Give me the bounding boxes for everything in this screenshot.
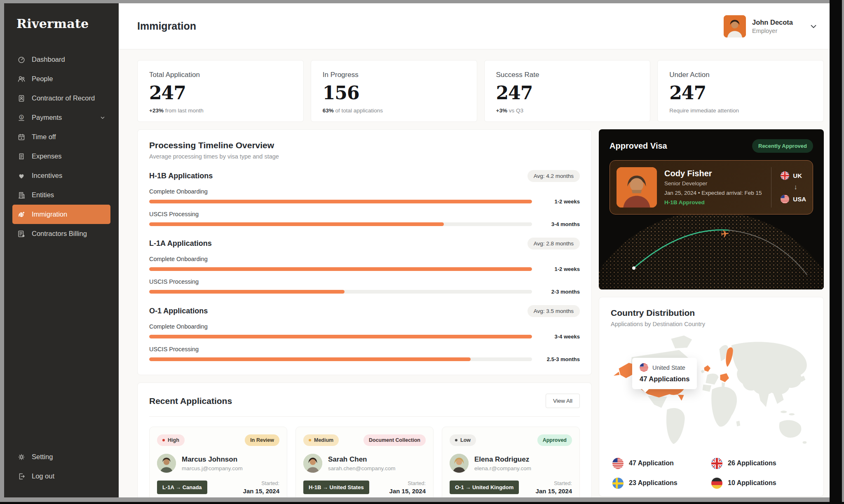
started-label: Started: <box>243 481 279 486</box>
world-map[interactable]: United State 47 Applications <box>611 332 812 455</box>
legend-label: 26 Applications <box>728 460 776 467</box>
progress-fill <box>149 222 444 226</box>
timeline-bar: Complete Onboarding 1-2 weeks <box>149 256 580 272</box>
screen-bezel-bottom <box>0 502 844 504</box>
application-card[interactable]: Low Approved Elena Rodriguez <box>442 427 580 497</box>
sidebar-item-setting[interactable]: Setting <box>12 447 110 467</box>
status-badge: In Review <box>245 434 279 446</box>
applicant-avatar <box>303 454 322 473</box>
sidebar-footer: Setting Log out <box>4 447 119 486</box>
visa-type-name: L-1A Applications <box>149 239 212 248</box>
sidebar-item-label: Contractor of Record <box>32 94 95 102</box>
applicant-avatar <box>157 454 176 473</box>
sidebar-nav: Dashboard People Contractor of Record <box>4 50 119 243</box>
stat-note-text: from last month <box>164 107 204 114</box>
legend-item-germany: 10 Applications <box>711 478 810 489</box>
recent-title: Recent Applications <box>149 396 232 406</box>
sidebar-item-logout[interactable]: Log out <box>12 467 110 486</box>
applicant-row: Marcus Johnson marcus.j@company.com <box>157 454 279 473</box>
plane-icon <box>721 230 729 238</box>
sidebar-item-dashboard[interactable]: Dashboard <box>12 50 110 69</box>
user-avatar <box>724 15 746 37</box>
approved-visa-header: Approved Visa Recently Approved <box>610 139 813 153</box>
applicant-text: Sarah Chen sarah.chen@company.com <box>328 455 396 471</box>
sidebar-item-entities[interactable]: Entities <box>12 185 110 205</box>
user-role: Employer <box>752 28 793 34</box>
top-bar: Immigration John Decota Employer <box>119 3 830 49</box>
down-arrow-icon: ↓ <box>794 183 806 191</box>
stat-note-text: of total applications <box>334 107 383 114</box>
germany-flag-icon <box>711 478 722 489</box>
calendar-icon <box>17 133 26 141</box>
progress-track <box>149 200 532 203</box>
stat-value: 156 <box>323 82 465 103</box>
priority-dot <box>309 439 311 441</box>
application-card[interactable]: Medium Document Collection Sarah C <box>295 427 434 497</box>
view-all-button[interactable]: View All <box>546 394 580 408</box>
chevron-down-icon[interactable] <box>809 22 818 31</box>
route-from-label: UK <box>793 172 802 179</box>
bar-label: Complete Onboarding <box>149 256 580 262</box>
screen: Rivermate Dashboard People <box>0 0 844 504</box>
bar-value: 3-4 months <box>539 221 580 227</box>
progress-fill <box>149 200 532 203</box>
bar-line: 1-2 weeks <box>149 198 580 205</box>
sidebar-spacer <box>4 243 119 447</box>
applicant-email: elena.r@company.com <box>474 465 531 471</box>
country-legend: 47 Application 26 Applications <box>611 458 812 492</box>
priority-dot <box>455 439 457 441</box>
legend-label: 23 Applications <box>629 479 678 487</box>
stat-note: +3% vs Q3 <box>496 107 639 114</box>
visa-row: O-1 → United Kingdom Started: Jan 15, 20… <box>450 481 572 495</box>
pill-row: High In Review <box>157 434 279 446</box>
sidebar-item-label: Contractors Billing <box>32 230 87 238</box>
progress-track <box>149 290 532 294</box>
sidebar-item-expenses[interactable]: Expenses <box>12 147 110 166</box>
sweden-flag-icon <box>612 478 624 489</box>
sidebar: Rivermate Dashboard People <box>4 3 119 497</box>
stat-card-total-applications: Total Application 247 +23% from last mon… <box>137 60 304 122</box>
visa-route: UK ↓ USA <box>771 167 806 208</box>
visa-route-tag: L-1A → Canada <box>157 481 207 494</box>
user-menu[interactable]: John Decota Employer <box>724 15 818 37</box>
sidebar-item-people[interactable]: People <box>12 69 110 89</box>
bar-line: 3-4 weeks <box>149 334 580 340</box>
stat-card-success-rate: Success Rate 247 +3% vs Q3 <box>484 60 651 122</box>
started-block: Started: Jan 15, 2024 <box>243 481 279 495</box>
sidebar-item-payments[interactable]: $ Payments <box>12 108 110 127</box>
recent-header: Recent Applications View All <box>149 394 580 408</box>
sidebar-item-label: Entities <box>32 191 54 199</box>
avg-pill: Avg: 3.5 months <box>528 305 580 317</box>
country-distribution-title: Country Distribution <box>611 308 812 318</box>
progress-track <box>149 357 532 361</box>
sidebar-item-incentives[interactable]: Incentives <box>12 166 110 185</box>
sidebar-item-contractors-billing[interactable]: Contractors Billing <box>12 224 110 243</box>
approved-person-info: Cody Fisher Senior Developer Jan 25, 202… <box>664 167 764 208</box>
legend-item-sweden: 23 Applications <box>612 478 711 489</box>
chevron-down-icon <box>99 114 106 121</box>
sidebar-item-time-off[interactable]: Time off <box>12 127 110 147</box>
timeline-group-h1b: H-1B Applications Avg: 4.2 months Comple… <box>149 170 580 227</box>
logout-icon <box>17 472 26 481</box>
visa-route-tag: O-1 → United Kingdom <box>450 481 519 494</box>
sidebar-item-label: Time off <box>32 133 56 141</box>
approved-person-card[interactable]: Cody Fisher Senior Developer Jan 25, 202… <box>610 160 813 215</box>
started-label: Started: <box>389 481 426 486</box>
started-date: Jan 15, 2024 <box>536 488 572 495</box>
progress-track <box>149 335 532 338</box>
route-to: USA <box>781 195 806 203</box>
approved-person-photo <box>617 167 657 208</box>
bar-label: USCIS Processing <box>149 346 580 352</box>
bar-label: USCIS Processing <box>149 278 580 285</box>
tooltip-country-row: United State <box>640 363 689 372</box>
bar-value: 2-3 months <box>539 289 580 295</box>
sidebar-item-immigration[interactable]: Immigration <box>12 205 110 224</box>
approved-visa-panel: Approved Visa Recently Approved Cody Fis… <box>599 129 824 289</box>
sidebar-item-contractor-of-record[interactable]: Contractor of Record <box>12 89 110 108</box>
applicant-email: marcus.j@company.com <box>182 465 243 471</box>
visa-route-tag: H-1B → United States <box>303 481 369 494</box>
application-card[interactable]: High In Review Marcus Johnson <box>149 427 287 497</box>
progress-fill <box>149 357 471 361</box>
bar-line: 2.5-3 months <box>149 356 580 362</box>
divider <box>149 416 580 417</box>
